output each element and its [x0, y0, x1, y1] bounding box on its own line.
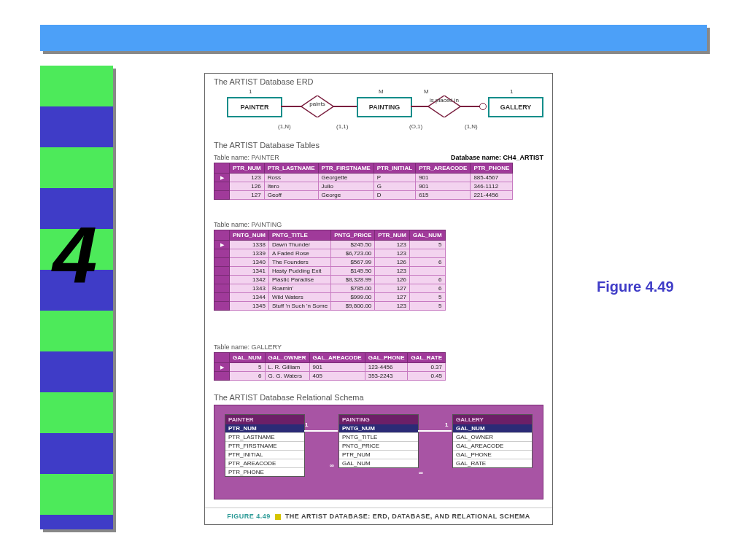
painting-table-section: Table name: PAINTING PNTG_NUMPNTG_TITLEP…	[214, 221, 543, 311]
database-name: Database name: CH4_ARTIST	[451, 154, 543, 161]
top-bar	[40, 25, 707, 51]
table-row: 1342Plastic Paradise$8,328.991266	[214, 276, 446, 284]
caption-marker-icon	[275, 514, 281, 520]
schema-painter: PAINTER PTR_NUM PTR_LASTNAMEPTR_FIRSTNAM…	[225, 414, 305, 477]
table-row: 126IteroJulioG901346-1112	[214, 182, 513, 191]
erd-rel-paints: paints	[301, 96, 333, 117]
erd-entity-gallery: GALLERY	[488, 97, 543, 117]
painting-table: PNTG_NUMPNTG_TITLEPNTG_PRICEPTR_NUMGAL_N…	[214, 230, 446, 311]
painter-table-section: Table name: PAINTER Database name: CH4_A…	[214, 154, 543, 200]
table-row: ▶123RossGeorgetteP901885-4567	[214, 174, 513, 182]
schema-title: The ARTIST Database Relational Schema	[214, 393, 364, 402]
figure-label: Figure 4.49	[597, 279, 674, 295]
erd-title: The ARTIST Database ERD	[214, 77, 314, 86]
table-row: 127GeoffGeorgeD615221-4456	[214, 191, 513, 200]
tables-title: The ARTIST Database Tables	[214, 141, 320, 149]
erd-weak-connector-icon	[479, 103, 487, 110]
table-row: 1344Wild Waters$999.001275	[214, 293, 446, 302]
schema-gallery: GALLERY GAL_NUM GAL_OWNERGAL_AREACODEGAL…	[452, 414, 533, 468]
gallery-table-section: Table name: GALLERY GAL_NUMGAL_OWNERGAL_…	[214, 343, 543, 381]
chapter-number: 4	[53, 208, 93, 300]
painter-table: PTR_NUMPTR_LASTNAMEPTR_FIRSTNAMEPTR_INIT…	[214, 163, 513, 200]
gallery-table: GAL_NUMGAL_OWNERGAL_AREACODEGAL_PHONEGAL…	[214, 352, 446, 381]
table-row: 1339A Faded Rose$6,723.00123	[214, 249, 446, 258]
erd-entity-painting: PAINTING	[357, 97, 412, 117]
table-row: ▶1338Dawn Thunder$245.501235	[214, 241, 446, 249]
erd-diagram: PAINTER paints PAINTING is placed in GAL…	[220, 88, 541, 136]
table-row: ▶5L. R. Gilliam901123-44560.37	[214, 363, 446, 372]
table-row: 1345Stuff 'n Such 'n Some$9,800.001235	[214, 302, 446, 311]
table-row: 1340The Founders$567.991266	[214, 258, 446, 267]
schema-area: PAINTER PTR_NUM PTR_LASTNAMEPTR_FIRSTNAM…	[214, 405, 543, 499]
erd-rel-placed: is placed in	[428, 96, 460, 117]
table-row: 6G. G. Waters405353-22430.45	[214, 372, 446, 381]
table-row: 1341Hasty Pudding Exit$145.50123	[214, 267, 446, 276]
document-page: The ARTIST Database ERD PAINTER paints P…	[204, 73, 553, 525]
schema-painting: PAINTING PNTG_NUM PNTG_TITLEPNTG_PRICEPT…	[338, 414, 419, 468]
table-row: 1343Roamin'$785.001276	[214, 284, 446, 293]
figure-caption: FIGURE 4.49THE ARTIST DATABASE: ERD, DAT…	[205, 508, 552, 524]
erd-entity-painter: PAINTER	[227, 97, 282, 117]
